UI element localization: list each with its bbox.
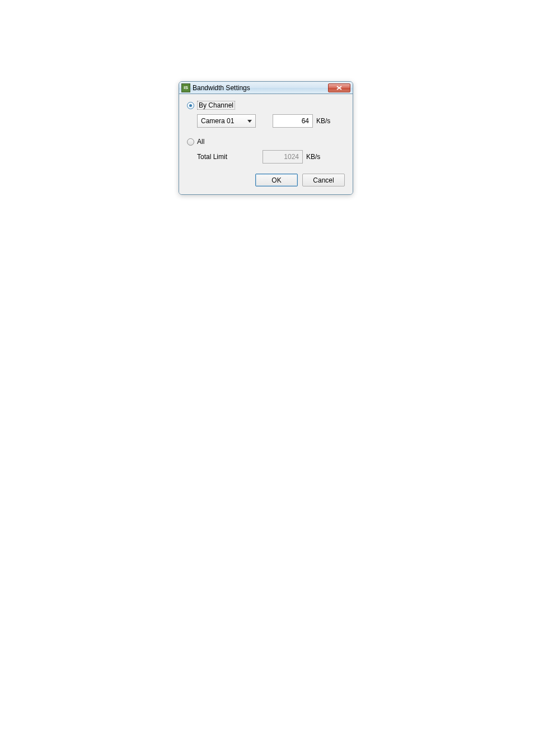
channel-select[interactable]: Camera 01 [197, 114, 256, 128]
total-limit-label: Total Limit [197, 153, 263, 161]
total-limit-input [263, 150, 303, 164]
total-limit-row: Total Limit KB/s [197, 150, 345, 164]
close-icon [336, 86, 342, 90]
radio-all[interactable] [187, 138, 194, 146]
channel-limit-input[interactable] [273, 114, 313, 128]
titlebar[interactable]: IS Bandwidth Settings [179, 82, 353, 94]
chevron-down-icon [247, 120, 252, 123]
dialog-title: Bandwidth Settings [193, 84, 328, 92]
radio-by-channel[interactable] [187, 102, 194, 109]
radio-all-label[interactable]: All [197, 138, 204, 146]
radio-by-channel-label[interactable]: By Channel [197, 101, 235, 110]
total-limit-unit: KB/s [306, 153, 320, 161]
app-icon: IS [181, 83, 190, 92]
radio-by-channel-row: By Channel [187, 101, 345, 110]
cancel-button[interactable]: Cancel [302, 174, 345, 186]
bandwidth-settings-dialog: IS Bandwidth Settings By Channel Camera … [179, 81, 353, 195]
dialog-body: By Channel Camera 01 KB/s All Total Limi… [179, 94, 353, 194]
radio-all-row: All [187, 138, 345, 146]
channel-select-value: Camera 01 [201, 117, 247, 125]
by-channel-section: Camera 01 KB/s [197, 114, 345, 128]
channel-limit-unit: KB/s [316, 117, 330, 125]
button-row: OK Cancel [187, 171, 345, 186]
ok-button[interactable]: OK [255, 174, 298, 186]
close-button[interactable] [328, 83, 350, 92]
radio-dot-icon [189, 104, 192, 107]
